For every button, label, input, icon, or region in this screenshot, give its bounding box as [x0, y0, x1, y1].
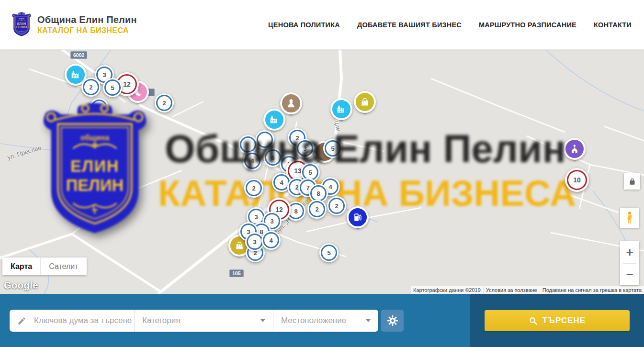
municipality-crest-logo — [11, 12, 32, 37]
main-nav: ЦЕНОВА ПОЛИТИКА ДОБАВЕТЕ ВАШИЯТ БИЗНЕС М… — [268, 21, 644, 29]
attribution-copyright: Картографски данни ©2019 — [411, 286, 483, 294]
map-cluster[interactable]: 2 — [155, 93, 174, 112]
category-placeholder: Категория — [142, 316, 180, 325]
pegman-icon — [624, 211, 635, 224]
keyword-field — [10, 310, 134, 332]
chevron-down-icon — [260, 319, 265, 322]
map-canvas[interactable]: ул. Преславбул. „Новоселци“ции 6002105 К… — [0, 50, 644, 294]
search-bar: Категория Местоположение — [0, 294, 644, 347]
map-cluster[interactable]: 2 — [307, 200, 327, 219]
search-icon — [529, 316, 538, 325]
map-pin-engineer[interactable] — [280, 92, 302, 114]
zoom-control: + − — [620, 241, 639, 285]
search-bar-right: ТЪРСЕНЕ — [470, 294, 644, 347]
map-cluster[interactable]: 4 — [261, 231, 281, 250]
nav-contacts[interactable]: КОНТАКТИ — [594, 21, 632, 29]
map-pin-fuel[interactable] — [347, 206, 369, 228]
map-pin-bag[interactable] — [354, 91, 376, 113]
location-placeholder: Местоположение — [281, 316, 346, 325]
map-cluster[interactable]: 5 — [103, 78, 122, 97]
brand[interactable]: Община Елин Пелин КАТАЛОГ НА БИЗНЕСА — [0, 12, 137, 37]
map-attribution: Картографски данни ©2019 Условия за полз… — [410, 286, 644, 294]
street-view-pegman[interactable] — [620, 208, 639, 228]
map-cluster[interactable]: 2 — [244, 179, 263, 198]
zoom-in-button[interactable]: + — [620, 241, 639, 263]
map-cluster[interactable]: 2 — [327, 196, 346, 215]
map-cluster[interactable]: 2 — [81, 78, 101, 97]
map-cluster[interactable]: 10 — [565, 168, 589, 192]
pencil-icon — [17, 316, 26, 325]
gear-icon — [387, 315, 398, 326]
map-cluster[interactable]: 5 — [319, 243, 339, 262]
brand-subtitle: КАТАЛОГ НА БИЗНЕСА — [37, 26, 137, 35]
map-type-map-button[interactable]: Карта — [2, 257, 40, 275]
chevron-down-icon — [366, 319, 371, 322]
advanced-search-button[interactable] — [381, 310, 404, 332]
page: Община Елин Пелин КАТАЛОГ НА БИЗНЕСА ЦЕН… — [0, 0, 644, 347]
map-type-control: Карта Сателит — [2, 257, 87, 275]
zoom-out-button[interactable]: − — [620, 264, 639, 286]
search-submit-label: ТЪРСЕНЕ — [542, 316, 586, 325]
attribution-terms-link[interactable]: Условия за ползване — [484, 286, 540, 294]
lock-icon — [629, 178, 636, 185]
map-pin-factory[interactable] — [330, 98, 352, 120]
search-submit-button[interactable]: ТЪРСЕНЕ — [485, 310, 630, 331]
fullscreen-lock-button[interactable] — [624, 173, 640, 190]
location-dropdown[interactable]: Местоположение — [273, 310, 378, 332]
watermark-crest — [40, 101, 149, 239]
attribution-report-error-link[interactable]: Подаване на сигнал за грешка в картата — [540, 286, 644, 294]
search-bar-left: Категория Местоположение — [0, 294, 470, 347]
header: Община Елин Пелин КАТАЛОГ НА БИЗНЕСА ЦЕН… — [0, 0, 644, 50]
google-logo[interactable]: Google — [4, 280, 38, 291]
search-field-group: Категория Местоположение — [10, 310, 378, 332]
map-type-satellite-button[interactable]: Сателит — [40, 257, 86, 275]
brand-title: Община Елин Пелин — [37, 14, 137, 25]
keyword-search-input[interactable] — [33, 315, 134, 326]
nav-add-your-business[interactable]: ДОБАВЕТЕ ВАШИЯТ БИЗНЕС — [357, 21, 462, 29]
nav-pricing-policy[interactable]: ЦЕНОВА ПОЛИТИКА — [268, 21, 340, 29]
category-dropdown[interactable]: Категория — [134, 310, 273, 332]
watermark-title: Община Елин Пелин — [158, 126, 573, 171]
nav-route-schedule[interactable]: МАРШРУТНО РАЗПИСАНИЕ — [479, 21, 576, 29]
